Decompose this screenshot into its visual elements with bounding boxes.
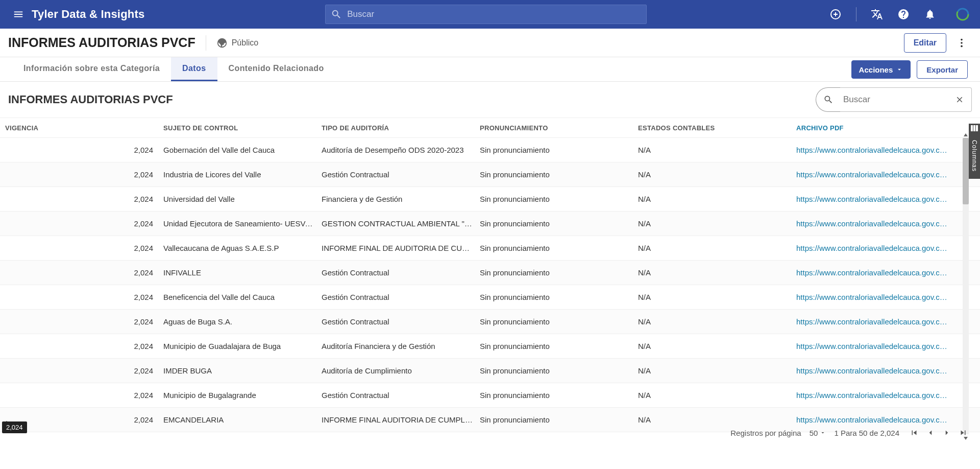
table-search-input[interactable] — [840, 87, 947, 112]
table-row[interactable]: 2,024Industria de Licores del ValleGesti… — [0, 162, 980, 187]
scroll-up-icon[interactable] — [963, 132, 969, 138]
svg-rect-6 — [971, 125, 973, 131]
separator — [856, 7, 856, 21]
page-prev-icon[interactable] — [924, 427, 937, 438]
cell-tipo: Auditoría de Desempeño ODS 2020-2023 — [322, 146, 480, 154]
add-icon[interactable] — [827, 6, 844, 22]
cell-archivo[interactable]: https://www.contraloriavalledelcauca.gov… — [796, 219, 949, 228]
globe-icon — [216, 37, 228, 49]
cell-sujeto: EMCANDELARIA — [163, 415, 322, 424]
hamburger-menu-icon[interactable] — [8, 4, 29, 25]
tab-data[interactable]: Datos — [171, 57, 217, 81]
table-row[interactable]: 2,024INFIVALLEGestión ContractualSin pro… — [0, 261, 980, 285]
cell-sujeto: Universidad del Valle — [163, 195, 322, 203]
cell-sujeto: Aguas de Buga S.A. — [163, 317, 322, 326]
cell-archivo[interactable]: https://www.contraloriavalledelcauca.gov… — [796, 195, 949, 203]
page-last-icon[interactable] — [957, 427, 970, 438]
cell-archivo[interactable]: https://www.contraloriavalledelcauca.gov… — [796, 170, 949, 179]
cell-estados: N/A — [638, 317, 796, 326]
rpp-select[interactable]: 50 — [810, 429, 826, 437]
cell-tipo: GESTION CONTRACTUAL AMBIENTAL "AGUA PARA — [322, 219, 480, 228]
cell-estados: N/A — [638, 170, 796, 179]
table-search — [816, 87, 972, 112]
org-logo[interactable] — [953, 5, 972, 24]
cell-sujeto: Unidad Ejecutora de Saneamiento- UESVALL… — [163, 219, 322, 228]
table-row[interactable]: 2,024Unidad Ejecutora de Saneamiento- UE… — [0, 212, 980, 236]
cell-vigencia: 2,024 — [5, 170, 163, 179]
actions-button[interactable]: Acciones — [851, 60, 911, 79]
table-header: VIGENCIA SUJETO DE CONTROL TIPO DE AUDIT… — [0, 118, 980, 138]
edit-button[interactable]: Editar — [904, 33, 946, 53]
page-next-icon[interactable] — [940, 427, 953, 438]
cell-sujeto: INFIVALLE — [163, 268, 322, 277]
scrollbar-track[interactable] — [963, 138, 969, 434]
cell-archivo[interactable]: https://www.contraloriavalledelcauca.gov… — [796, 317, 949, 326]
cell-vigencia: 2,024 — [5, 317, 163, 326]
cell-archivo[interactable]: https://www.contraloriavalledelcauca.gov… — [796, 244, 949, 252]
cell-vigencia: 2,024 — [5, 293, 163, 301]
search-icon — [331, 9, 342, 20]
table-row[interactable]: 2,024Vallecaucana de Aguas S.A.E.S.PINFO… — [0, 236, 980, 261]
cell-archivo[interactable]: https://www.contraloriavalledelcauca.gov… — [796, 391, 949, 400]
cell-estados: N/A — [638, 244, 796, 252]
col-archivo[interactable]: ARCHIVO PDF — [796, 124, 949, 132]
export-button[interactable]: Exportar — [917, 60, 968, 79]
more-icon[interactable] — [951, 33, 972, 53]
search-icon[interactable] — [816, 87, 840, 112]
table-row[interactable]: 2,024Gobernación del Valle del CaucaAudi… — [0, 138, 980, 162]
cell-archivo[interactable]: https://www.contraloriavalledelcauca.gov… — [796, 293, 949, 301]
cell-estados: N/A — [638, 268, 796, 277]
help-icon[interactable] — [895, 6, 912, 22]
cell-archivo[interactable]: https://www.contraloriavalledelcauca.gov… — [796, 342, 949, 350]
notifications-icon[interactable] — [922, 6, 938, 22]
brand-title[interactable]: Tyler Data & Insights — [32, 8, 144, 21]
cell-pronunciamiento: Sin pronunciamiento — [480, 317, 638, 326]
tab-info[interactable]: Información sobre esta Categoría — [12, 57, 171, 81]
cell-vigencia: 2,024 — [5, 195, 163, 203]
range-label: 1 Para 50 de 2,024 — [834, 429, 899, 437]
col-sujeto[interactable]: SUJETO DE CONTROL — [163, 124, 322, 132]
table-area: VIGENCIA SUJETO DE CONTROL TIPO DE AUDIT… — [0, 118, 980, 443]
cell-pronunciamiento: Sin pronunciamiento — [480, 366, 638, 375]
cell-sujeto: Beneficencia del Valle del Cauca — [163, 293, 322, 301]
separator — [206, 35, 206, 51]
col-estados[interactable]: ESTADOS CONTABLES — [638, 124, 796, 132]
sub-title: INFORMES AUDITORIAS PVCF — [8, 93, 173, 106]
cell-archivo[interactable]: https://www.contraloriavalledelcauca.gov… — [796, 366, 949, 375]
cell-archivo[interactable]: https://www.contraloriavalledelcauca.gov… — [796, 268, 949, 277]
cell-vigencia: 2,024 — [5, 366, 163, 375]
visibility-indicator[interactable]: Público — [216, 37, 258, 49]
cell-sujeto: Municipio de Guadalajara de Buga — [163, 342, 322, 350]
table-row[interactable]: 2,024Universidad del ValleFinanciera y d… — [0, 187, 980, 212]
cell-estados: N/A — [638, 146, 796, 154]
cell-tipo: Gestión Contractual — [322, 317, 480, 326]
cell-sujeto: Industria de Licores del Valle — [163, 170, 322, 179]
cell-estados: N/A — [638, 219, 796, 228]
global-search-input[interactable] — [347, 9, 641, 19]
columns-panel-icon[interactable] — [969, 124, 980, 133]
table-row[interactable]: 2,024Beneficencia del Valle del CaucaGes… — [0, 285, 980, 310]
tab-related[interactable]: Contenido Relacionado — [217, 57, 335, 81]
table-row[interactable]: 2,024Aguas de Buga S.A.Gestión Contractu… — [0, 310, 980, 334]
global-search[interactable] — [325, 5, 647, 24]
scrollbar-thumb[interactable] — [963, 138, 969, 204]
cell-tipo: Gestión Contractual — [322, 293, 480, 301]
col-tipo[interactable]: TIPO DE AUDITORÍA — [322, 124, 480, 132]
col-pronunciamiento[interactable]: PRONUNCIAMIENTO — [480, 124, 638, 132]
cell-estados: N/A — [638, 195, 796, 203]
actions-label: Acciones — [859, 65, 893, 74]
table-row[interactable]: 2,024Municipio de Guadalajara de BugaAud… — [0, 334, 980, 359]
cell-pronunciamiento: Sin pronunciamiento — [480, 170, 638, 179]
page-first-icon[interactable] — [908, 427, 921, 438]
col-vigencia[interactable]: VIGENCIA — [5, 124, 163, 132]
sub-header: INFORMES AUDITORIAS PVCF — [0, 82, 980, 118]
cell-estados: N/A — [638, 366, 796, 375]
columns-panel-toggle[interactable]: Columnas — [969, 133, 980, 179]
clear-search-icon[interactable] — [947, 87, 972, 112]
title-bar: INFORMES AUDITORIAS PVCF Público Editar — [0, 29, 980, 57]
table-row[interactable]: 2,024IMDER BUGAAuditoría de Cumplimiento… — [0, 359, 980, 383]
table-row[interactable]: 2,024Municipio de BugalagrandeGestión Co… — [0, 383, 980, 408]
cell-pronunciamiento: Sin pronunciamiento — [480, 391, 638, 400]
translate-icon[interactable] — [869, 6, 885, 22]
cell-archivo[interactable]: https://www.contraloriavalledelcauca.gov… — [796, 146, 949, 154]
